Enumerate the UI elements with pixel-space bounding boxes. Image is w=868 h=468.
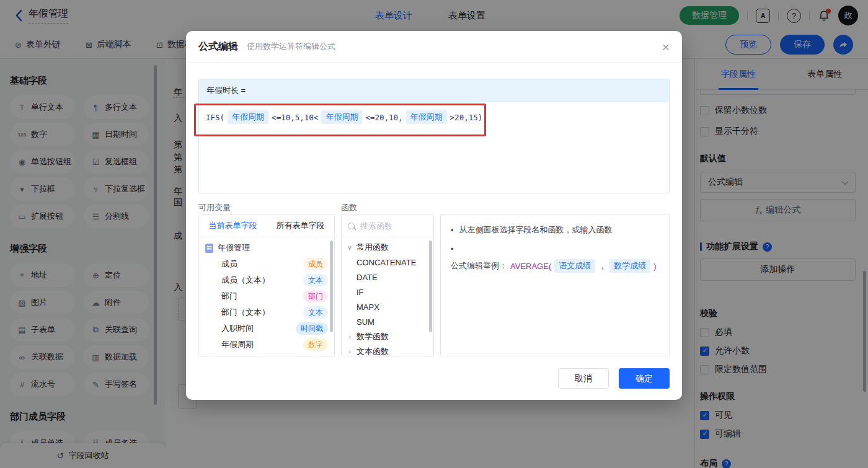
vars-field-clipped (199, 353, 334, 356)
clipped-badge (302, 356, 328, 357)
search-icon (348, 223, 355, 229)
function-name: MAPX (356, 302, 379, 312)
example-text: AVERAGE( (510, 262, 551, 271)
formula-text: IFS( (206, 113, 224, 122)
vars-field-member[interactable]: 成员成员 (199, 256, 334, 272)
formula-field-token[interactable]: 年假周期 (406, 110, 447, 124)
function-name: CONCATENATE (356, 258, 416, 267)
variables-tabs: 当前表单字段所有表单字段 (199, 214, 334, 237)
function-item-date[interactable]: DATE (342, 270, 433, 285)
vars-form-node[interactable]: 年假管理 (199, 240, 334, 256)
functions-label: 函数 (341, 202, 357, 213)
vars-field-name: 入职时间 (221, 323, 254, 334)
functions-panel: ∨常用函数CONCATENATEDATEIFMAPXSUM›数学函数›文本函数 (341, 214, 434, 356)
vars-field-name: 成员（文本） (221, 275, 270, 286)
function-name: DATE (356, 273, 378, 282)
formula-text: >20,15) (450, 113, 483, 122)
field-type-badge: 文本 (303, 274, 328, 286)
example-field-token: 语文成绩 (554, 259, 595, 273)
variables-scrollbar[interactable] (330, 241, 333, 332)
function-name: SUM (356, 317, 374, 327)
function-group[interactable]: ›文本函数 (342, 344, 433, 356)
vars-field-name: 部门（文本） (221, 307, 270, 318)
function-group-label: 常用函数 (356, 242, 389, 253)
close-icon[interactable]: × (662, 40, 670, 53)
help-example: 公式编辑举例：AVERAGE(语文成绩，数学成绩) (451, 259, 657, 273)
vars-field-name: 成员 (221, 258, 237, 270)
function-group-label: 数学函数 (356, 331, 389, 342)
bullet-icon: • (451, 226, 454, 235)
vars-form-name: 年假管理 (218, 242, 250, 254)
field-type-badge: 数字 (303, 338, 328, 351)
formula-field-token[interactable]: 年假周期 (321, 110, 362, 124)
function-name: IF (356, 288, 364, 297)
modal-subtitle: 使用数学运算符编辑公式 (247, 41, 335, 52)
vars-field-dept-text[interactable]: 部门（文本）文本 (199, 304, 334, 320)
variables-label: 可用变量 (198, 202, 231, 213)
variables-list: 年假管理成员成员成员（文本）文本部门部门部门（文本）文本入职时间时间戳年假周期数… (199, 237, 334, 356)
example-field-token: 数学成绩 (609, 259, 650, 273)
modal-footer: 取消 确定 (558, 368, 670, 389)
function-group[interactable]: ∨常用函数 (342, 240, 433, 255)
formula-target: 年假时长 = (199, 79, 669, 102)
function-item-sum[interactable]: SUM (342, 314, 433, 329)
function-group-label: 文本函数 (356, 346, 389, 356)
help-line-1: • 从左侧面板选择字段名和函数，或输入函数 (451, 224, 659, 236)
variables-panel: 当前表单字段所有表单字段 年假管理成员成员成员（文本）文本部门部门部门（文本）文… (198, 214, 335, 356)
example-text: ) (653, 262, 656, 271)
formula-field-token[interactable]: 年假周期 (228, 110, 268, 124)
function-search (342, 214, 433, 237)
formula-editor-modal: 公式编辑 使用数学运算符编辑公式 × 年假时长 = IFS(年假周期<=10,5… (186, 31, 682, 400)
function-item-concatenate[interactable]: CONCATENATE (342, 255, 433, 270)
chevron-down-icon: ∨ (347, 244, 353, 252)
vars-tab-current-form[interactable]: 当前表单字段 (209, 220, 257, 231)
formula-editor-box: 年假时长 = IFS(年假周期<=10,5,10<年假周期<=20,10,年假周… (198, 79, 670, 193)
confirm-button[interactable]: 确定 (619, 368, 670, 389)
cancel-button[interactable]: 取消 (558, 368, 609, 389)
functions-scrollbar[interactable] (429, 241, 432, 332)
formula-help-panel: • 从左侧面板选择字段名和函数，或输入函数 • 公式编辑举例：AVERAGE(语… (440, 214, 670, 356)
formula-input[interactable]: IFS(年假周期<=10,5,10<年假周期<=20,10,年假周期>20,15… (199, 102, 669, 132)
chevron-right-icon: › (347, 333, 353, 340)
example-text: ， (598, 260, 606, 272)
vars-field-dept[interactable]: 部门部门 (199, 288, 334, 304)
vars-field-annual-cycle[interactable]: 年假周期数字 (199, 337, 334, 353)
function-item-if[interactable]: IF (342, 285, 433, 299)
bullet-icon: • (451, 244, 454, 254)
vars-field-name: 部门 (221, 291, 237, 302)
modal-header: 公式编辑 使用数学运算符编辑公式 × (186, 31, 682, 63)
vars-field-hire-date[interactable]: 入职时间时间戳 (199, 320, 334, 337)
function-item-mapx[interactable]: MAPX (342, 299, 433, 314)
functions-list: ∨常用函数CONCATENATEDATEIFMAPXSUM›数学函数›文本函数 (342, 237, 433, 356)
formula-text: <=10,5,10< (272, 113, 318, 122)
vars-tab-all-forms[interactable]: 所有表单字段 (277, 220, 325, 231)
field-type-badge: 成员 (303, 258, 328, 270)
field-type-badge: 部门 (303, 290, 328, 302)
modal-title: 公式编辑 (198, 40, 238, 53)
formula-text: <=20,10, (365, 113, 402, 122)
form-doc-icon (205, 244, 213, 253)
help-text: 从左侧面板选择字段名和函数，或输入函数 (459, 224, 613, 236)
function-search-input[interactable] (359, 221, 417, 231)
help-line-2: • 公式编辑举例：AVERAGE(语文成绩，数学成绩) (451, 244, 659, 273)
form-designer-app: 年假管理 表单设计 表单设置 数据管理 A ? 政 ⊘表单外链⊠后端脚本⊡数据权… (0, 0, 868, 468)
field-type-badge: 文本 (303, 306, 328, 319)
field-type-badge: 时间戳 (296, 322, 328, 335)
vars-field-member-text[interactable]: 成员（文本）文本 (199, 272, 334, 288)
example-text: 公式编辑举例： (451, 260, 507, 272)
chevron-right-icon: › (347, 348, 353, 355)
function-group[interactable]: ›数学函数 (342, 329, 433, 344)
vars-field-name: 年假周期 (221, 339, 254, 350)
